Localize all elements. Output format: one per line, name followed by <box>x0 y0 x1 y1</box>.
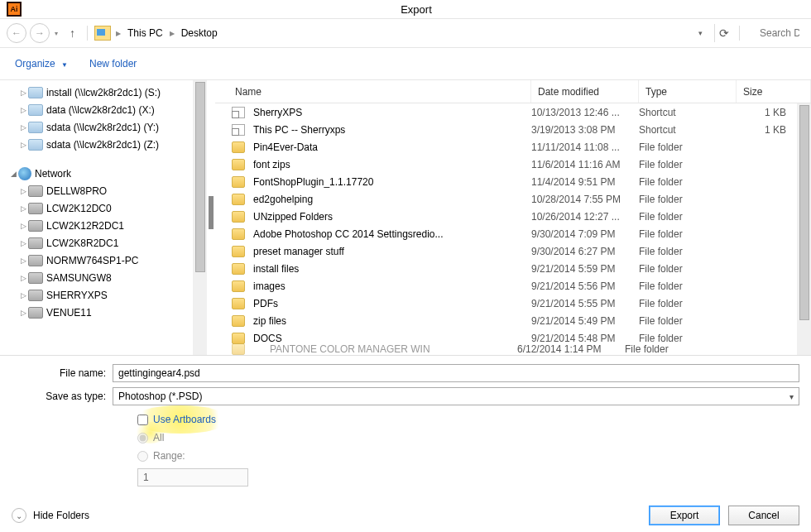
table-row[interactable]: PDFs9/21/2014 5:55 PMFile folder <box>215 295 811 312</box>
saveas-type-combo[interactable]: Photoshop (*.PSD) <box>113 387 799 405</box>
saveas-type-value: Photoshop (*.PSD) <box>118 391 202 402</box>
refresh-button[interactable]: ⟳ <box>714 24 732 42</box>
scrollbar-thumb[interactable] <box>799 105 809 320</box>
filename-input[interactable] <box>113 364 799 382</box>
use-artboards-label[interactable]: Use Artboards <box>153 414 216 425</box>
col-size[interactable]: Size <box>737 80 811 103</box>
file-list[interactable]: Name Date modified Type Size SherryXPS10… <box>215 80 811 355</box>
col-name[interactable]: Name <box>215 80 531 103</box>
cancel-button[interactable]: Cancel <box>728 506 799 525</box>
history-dropdown-icon[interactable]: ▾ <box>55 30 58 37</box>
folder-icon <box>232 280 245 292</box>
expand-icon[interactable]: ▷ <box>18 256 28 265</box>
table-row[interactable]: zip files9/21/2014 5:49 PMFile folder <box>215 312 811 329</box>
tree-scrollbar[interactable] <box>193 80 207 355</box>
chevron-right-icon[interactable]: ▶ <box>116 30 121 37</box>
hide-folders-label: Hide Folders <box>33 510 89 521</box>
tree-drive[interactable]: ▷sdata (\\lcw2k8r2dc1) (Y:) <box>8 118 207 136</box>
file-date: 11/11/2014 11:08 ... <box>531 141 639 153</box>
up-button[interactable]: ↑ <box>70 26 75 40</box>
scrollbar-thumb[interactable] <box>195 82 205 272</box>
expand-icon[interactable]: ▷ <box>18 106 28 114</box>
forward-icon: → <box>35 27 45 39</box>
table-row[interactable]: font zips11/6/2014 11:16 AMFile folder <box>215 156 811 173</box>
drive-icon <box>28 104 43 116</box>
table-row[interactable]: preset manager stuff9/30/2014 6:27 PMFil… <box>215 242 811 260</box>
forward-button[interactable]: → <box>30 23 50 43</box>
new-folder-button[interactable]: New folder <box>89 58 137 69</box>
expand-icon[interactable]: ▷ <box>18 187 28 195</box>
file-type: File folder <box>639 246 737 257</box>
tree-computer[interactable]: ▷SAMSUNGW8 <box>8 269 207 286</box>
col-type[interactable]: Type <box>639 80 737 103</box>
table-row[interactable]: Adobe Photoshop CC 2014 Settingsredio...… <box>215 225 811 242</box>
expand-icon[interactable]: ▷ <box>18 239 28 247</box>
file-date: 6/12/2014 1:14 PM <box>517 343 625 355</box>
expand-icon[interactable]: ▷ <box>18 204 28 213</box>
expand-icon[interactable]: ▷ <box>18 222 28 230</box>
address-bar: ← → ▾ ↑ ▶ This PC ▶ Desktop ▾ ⟳ <box>0 18 811 48</box>
tree-computer[interactable]: ▷LCW2K12DC0 <box>8 199 207 217</box>
back-button[interactable]: ← <box>7 23 26 43</box>
chevron-right-icon[interactable]: ▶ <box>170 30 175 37</box>
splitter-grip[interactable] <box>209 196 214 229</box>
tree-item-label: sdata (\\lcw2k8r2dc1) (Z:) <box>46 139 159 151</box>
expand-icon[interactable]: ▷ <box>18 89 28 97</box>
file-date: 11/4/2014 9:51 PM <box>531 176 639 188</box>
table-row[interactable]: ed2gohelping10/28/2014 7:55 PMFile folde… <box>215 190 811 208</box>
file-name: Pin4Ever-Data <box>253 141 318 153</box>
file-type: File folder <box>639 333 737 344</box>
tree-drive[interactable]: ▷sdata (\\lcw2k8r2dc1) (Z:) <box>8 136 207 153</box>
tree-computer[interactable]: ▷LCW2K8R2DC1 <box>8 234 207 252</box>
file-type: File folder <box>639 263 737 275</box>
tree-computer[interactable]: ▷LCW2K12R2DC1 <box>8 217 207 234</box>
file-name: DOCS <box>253 333 282 344</box>
tree-drive[interactable]: ▷data (\\lcw2k8r2dc1) (X:) <box>8 101 207 118</box>
tree-item-label: data (\\lcw2k8r2dc1) (X:) <box>46 104 155 116</box>
range-label: Range: <box>153 450 185 462</box>
folder-icon <box>232 333 245 344</box>
splitter[interactable] <box>207 80 215 355</box>
file-scrollbar[interactable] <box>797 103 811 355</box>
file-name: install files <box>253 263 299 275</box>
hide-folders-toggle[interactable]: ⌄ Hide Folders <box>12 508 89 523</box>
export-button[interactable]: Export <box>649 506 720 525</box>
folder-icon <box>232 228 245 240</box>
crumb-this-pc[interactable]: This PC <box>127 27 163 39</box>
tree-computer[interactable]: ▷NORMW764SP1-PC <box>8 252 207 269</box>
column-headers[interactable]: Name Date modified Type Size <box>215 80 811 103</box>
expand-icon[interactable]: ▷ <box>18 291 28 300</box>
all-radio <box>137 433 148 443</box>
expand-icon[interactable]: ▷ <box>18 274 28 282</box>
organize-menu[interactable]: Organize ▼ <box>15 58 68 69</box>
file-type: File folder <box>639 315 737 327</box>
address-dropdown-icon[interactable]: ▾ <box>691 29 709 37</box>
expand-icon[interactable]: ▷ <box>18 141 28 149</box>
table-row[interactable]: UNzipped Folders10/26/2014 12:27 ...File… <box>215 208 811 225</box>
tree-network[interactable]: ◢ Network <box>8 165 207 182</box>
folder-icon <box>232 263 245 275</box>
search-input[interactable] <box>755 24 804 42</box>
table-row-partial[interactable]: PANTONE COLOR MANAGER WIN 6/12/2014 1:14… <box>232 343 797 355</box>
tree-computer[interactable]: ▷SHERRYXPS <box>8 286 207 304</box>
dialog-footer: ⌄ Hide Folders Export Cancel <box>0 499 811 532</box>
table-row[interactable]: This PC -- Sherryxps3/19/2013 3:08 PMSho… <box>215 121 811 138</box>
table-row[interactable]: FontShopPlugin_1.1.1772011/4/2014 9:51 P… <box>215 173 811 190</box>
table-row[interactable]: SherryXPS10/13/2013 12:46 ...Shortcut1 K… <box>215 103 811 121</box>
collapse-icon[interactable]: ◢ <box>8 170 18 178</box>
table-row[interactable]: images9/21/2014 5:56 PMFile folder <box>215 277 811 295</box>
crumb-desktop[interactable]: Desktop <box>181 27 218 39</box>
expand-icon[interactable]: ▷ <box>18 309 28 317</box>
tree-computer[interactable]: ▷VENUE11 <box>8 304 207 321</box>
nav-tree[interactable]: ▷install (\\lcw2k8r2dc1) (S:)▷data (\\lc… <box>0 80 207 355</box>
use-artboards-checkbox[interactable] <box>137 415 148 425</box>
tree-computer[interactable]: ▷DELLW8PRO <box>8 182 207 199</box>
table-row[interactable]: Pin4Ever-Data11/11/2014 11:08 ...File fo… <box>215 138 811 156</box>
breadcrumb[interactable]: ▶ This PC ▶ Desktop <box>94 23 691 43</box>
expand-icon[interactable]: ▷ <box>18 123 28 132</box>
table-row[interactable]: install files9/21/2014 5:59 PMFile folde… <box>215 260 811 277</box>
titlebar: Ai Export <box>0 0 811 18</box>
col-date[interactable]: Date modified <box>531 80 639 103</box>
tree-drive[interactable]: ▷install (\\lcw2k8r2dc1) (S:) <box>8 84 207 101</box>
file-name: PDFs <box>253 298 278 309</box>
